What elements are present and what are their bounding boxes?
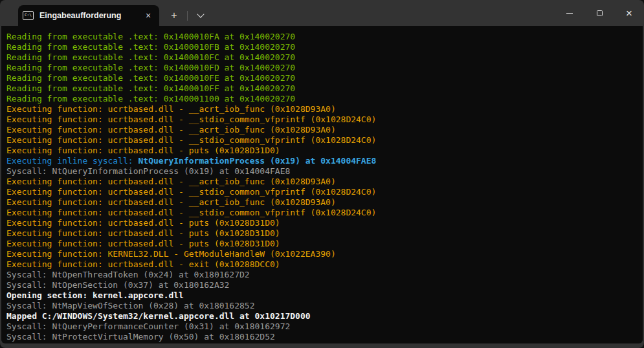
terminal-line: Reading from executable .text: 0x1400010…	[6, 83, 640, 94]
tab-strip-separator	[187, 11, 188, 21]
tab-title: Eingabeaufforderung	[39, 11, 142, 20]
plus-icon: +	[171, 10, 177, 21]
titlebar: C:\ Eingabeaufforderung × + ×	[0, 0, 644, 26]
terminal-line: Syscall: NtProtectVirtualMemory (0x50) a…	[6, 332, 640, 342]
terminal-line: Reading from executable .text: 0x1400010…	[6, 63, 640, 73]
terminal-line: Reading from executable .text: 0x1400010…	[6, 32, 640, 42]
terminal-line: Executing inline syscall: NtQueryInforma…	[6, 156, 640, 166]
terminal-line: Mapped C:/WINDOWS/System32/kernel.appcor…	[6, 311, 640, 321]
terminal-line: Reading from executable .text: 0x1400010…	[6, 52, 640, 63]
close-icon: ×	[626, 8, 632, 19]
new-tab-button[interactable]: +	[163, 7, 185, 24]
minimize-button[interactable]	[555, 0, 584, 26]
window-controls: ×	[555, 0, 644, 26]
terminal-line: Syscall: NtQueryPerformanceCounter (0x31…	[6, 321, 640, 332]
terminal-line: Executing function: ucrtbased.dll - exit…	[6, 259, 640, 270]
tab-strip-controls: +	[163, 5, 212, 26]
terminal-line: Executing function: ucrtbased.dll - __st…	[6, 135, 640, 146]
chevron-down-icon	[197, 10, 204, 17]
terminal-line: Executing function: KERNEL32.DLL - GetMo…	[6, 249, 640, 259]
terminal-line: Syscall: NtMapViewOfSection (0x28) at 0x…	[6, 301, 640, 311]
maximize-icon	[597, 10, 603, 16]
terminal-line: Executing function: ucrtbased.dll - __ac…	[6, 177, 640, 187]
terminal-line: Reading from executable .text: 0x1400010…	[6, 42, 640, 52]
terminal-output[interactable]: Reading from executable .text: 0x1400010…	[1, 26, 643, 343]
terminal-line: Executing function: ucrtbased.dll - __ac…	[6, 104, 640, 114]
terminal-line: Executing function: ucrtbased.dll - __st…	[6, 187, 640, 197]
terminal-line: Executing function: ucrtbased.dll - puts…	[6, 228, 640, 239]
terminal-line: Executing function: ucrtbased.dll - puts…	[6, 239, 640, 249]
terminal-line: Executing function: ucrtbased.dll - __ac…	[6, 197, 640, 208]
terminal-line: Syscall: NtOpenSection (0x37) at 0x18016…	[6, 280, 640, 290]
close-button[interactable]: ×	[614, 0, 644, 26]
maximize-button[interactable]	[584, 0, 614, 26]
tab-close-button[interactable]: ×	[142, 10, 154, 21]
terminal-line: Opening section: kernel.appcore.dll	[6, 290, 640, 301]
terminal-line: Executing function: ucrtbased.dll - puts…	[6, 146, 640, 156]
terminal-line: Executing function: ucrtbased.dll - __st…	[6, 114, 640, 125]
terminal-line: Syscall: NtQueryInformationProcess (0x19…	[6, 166, 640, 177]
terminal-line: Executing function: ucrtbased.dll - __ac…	[6, 125, 640, 135]
terminal-line: Reading from executable .text: 0x1400010…	[6, 73, 640, 83]
terminal-window: C:\ Eingabeaufforderung × + × Read	[0, 0, 644, 348]
terminal-line: Executing function: ucrtbased.dll - puts…	[6, 218, 640, 228]
cmd-icon: C:\	[23, 11, 34, 20]
minimize-icon	[566, 13, 573, 14]
terminal-line: Executing function: ucrtbased.dll - __st…	[6, 208, 640, 218]
tab-eingabeaufforderung[interactable]: C:\ Eingabeaufforderung ×	[18, 5, 159, 26]
terminal-line: Reading from executable .text: 0x1400011…	[6, 94, 640, 104]
tab-dropdown-button[interactable]	[190, 7, 212, 24]
terminal-line: Syscall: NtOpenThreadToken (0x24) at 0x1…	[6, 270, 640, 280]
